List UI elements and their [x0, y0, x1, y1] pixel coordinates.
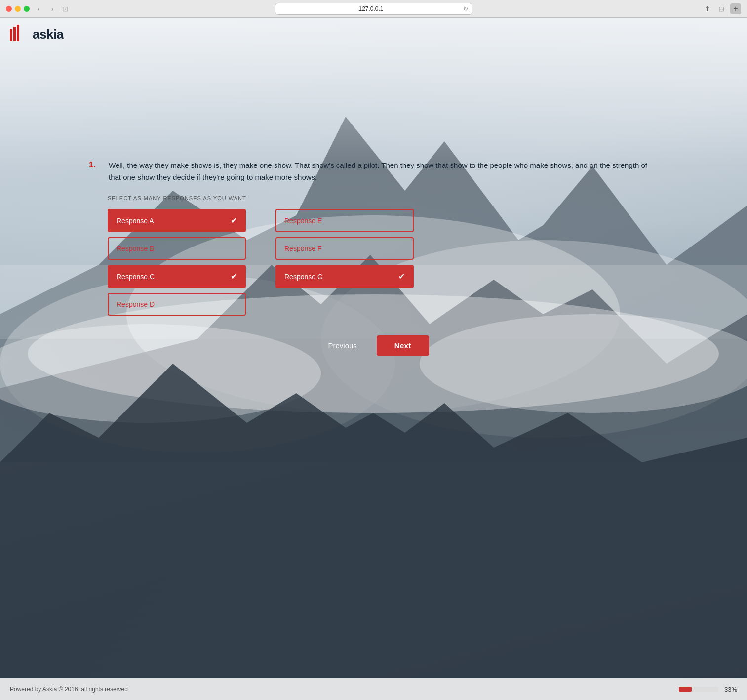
response-option-d[interactable]: Response D [108, 293, 246, 316]
svg-rect-10 [13, 27, 16, 41]
logo: askia [10, 25, 64, 44]
close-button[interactable] [6, 6, 12, 12]
footer-copyright: Powered by Askia © 2016, all rights rese… [10, 686, 128, 693]
check-icon-c: ✔ [231, 272, 237, 281]
browser-toolbar-right: ⬆ ⊟ + [703, 3, 741, 14]
response-label-f: Response F [284, 245, 321, 252]
responses-grid: Response A✔Response EResponse BResponse … [108, 209, 414, 316]
maximize-button[interactable] [24, 6, 30, 12]
instruction-text: SELECT AS MANY RESPONSES AS YOU WANT [108, 195, 658, 201]
progress-bar-fill [679, 687, 692, 692]
response-option-b[interactable]: Response B [108, 237, 246, 260]
question-number: 1. [89, 160, 99, 183]
share-icon[interactable]: ⬆ [703, 4, 712, 14]
progress-bar [679, 687, 718, 692]
response-option-a[interactable]: Response A✔ [108, 209, 246, 232]
progress-label: 33% [724, 686, 737, 693]
response-label-g: Response G [284, 273, 323, 281]
response-option-c[interactable]: Response C✔ [108, 265, 246, 288]
response-label-a: Response A [117, 217, 154, 225]
response-label-d: Response D [117, 300, 155, 308]
forward-button[interactable]: › [47, 4, 57, 14]
minimize-button[interactable] [15, 6, 21, 12]
traffic-lights [6, 6, 30, 12]
check-icon-g: ✔ [398, 272, 405, 281]
tab-view-button[interactable]: ⊡ [61, 5, 69, 13]
svg-rect-11 [17, 25, 19, 41]
progress-area: 33% [679, 686, 737, 693]
next-button[interactable]: Next [377, 335, 429, 356]
logo-icon [10, 25, 29, 44]
check-icon-a: ✔ [231, 216, 237, 225]
response-label-e: Response E [284, 217, 322, 225]
url-text: 127.0.0.1 [279, 5, 463, 12]
response-label-c: Response C [117, 273, 155, 281]
question-text: Well, the way they make shows is, they m… [109, 160, 658, 183]
logo-bar: askia [0, 18, 747, 51]
previous-button[interactable]: Previous [318, 336, 366, 355]
logo-text: askia [33, 27, 64, 42]
response-option-f[interactable]: Response F [275, 237, 414, 260]
question-row: 1. Well, the way they make shows is, the… [89, 160, 658, 183]
response-option-g[interactable]: Response G✔ [275, 265, 414, 288]
svg-rect-9 [10, 29, 12, 41]
reader-view-icon[interactable]: ⊟ [716, 4, 726, 14]
reload-icon[interactable]: ↻ [463, 5, 468, 12]
new-tab-button[interactable]: + [730, 3, 741, 14]
response-label-b: Response B [117, 245, 154, 252]
back-button[interactable]: ‹ [34, 4, 43, 14]
response-option-e[interactable]: Response E [275, 209, 414, 232]
content-area: 1. Well, the way they make shows is, the… [0, 51, 747, 700]
page: askia 1. Well, the way they make shows i… [0, 18, 747, 700]
url-bar[interactable]: 127.0.0.1 ↻ [275, 3, 472, 15]
browser-chrome: ‹ › ⊡ 127.0.0.1 ↻ ⬆ ⊟ + [0, 0, 747, 18]
nav-buttons: Previous Next [0, 335, 747, 366]
question-block: 1. Well, the way they make shows is, the… [0, 160, 747, 316]
footer: Powered by Askia © 2016, all rights rese… [0, 678, 747, 700]
